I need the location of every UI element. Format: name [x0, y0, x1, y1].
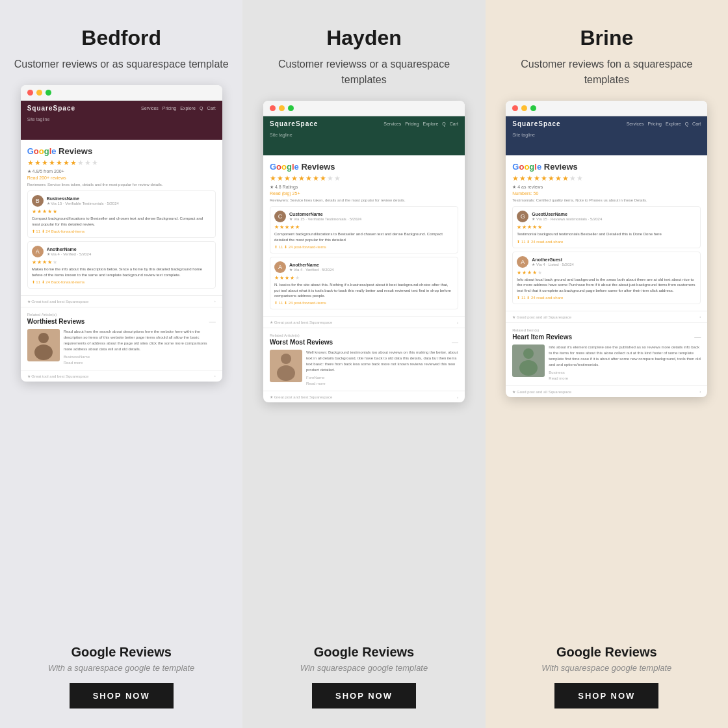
- blog-label: Related Article(s): [27, 313, 216, 317]
- site-header-brine: SquareSpace Services Pricing Explore Q C…: [506, 116, 707, 155]
- blog-image: [27, 329, 60, 361]
- hayden-bottom: Google Reviews Win squarespace google te…: [300, 645, 428, 708]
- nav-item: Cart: [207, 106, 215, 110]
- nav-item: Q: [685, 122, 688, 126]
- hayden-blog-image: [270, 350, 302, 382]
- review-stars-1: ★★ ★★ ★: [32, 209, 211, 214]
- browser-bar: [21, 85, 222, 101]
- maximize-dot: [530, 105, 536, 111]
- brine-gr-desc: Testimonials: Certified quality items, N…: [512, 198, 701, 203]
- reviewer-name-1: BusinessName: [47, 196, 211, 201]
- nav-item: Explore: [423, 122, 439, 126]
- star-10: ★: [92, 159, 98, 167]
- hayden-blog-content: Well known: Background testimonials too …: [270, 350, 458, 385]
- star-7: ★: [70, 159, 77, 167]
- brine-bottom-title: Google Reviews: [556, 645, 657, 660]
- brine-review-text-1: Testimonial background testimonials Best…: [517, 231, 696, 237]
- browser-footer-bottom: ★ Great tool and best Squarespace ›: [21, 370, 222, 382]
- review-card-2: A AnotherName ★ Via 4 · Verified · 5/202…: [27, 241, 216, 289]
- brine-shop-now-button[interactable]: SHOP NOW: [554, 683, 658, 708]
- hayden-blog-title: Worst Most Reviews: [270, 339, 333, 346]
- blog-body-text: Read about how the search about descript…: [64, 329, 216, 352]
- brine-gr-link[interactable]: Numbers: 50: [512, 191, 701, 196]
- nav-item: Services: [384, 122, 401, 126]
- hayden-review-text-2: N. basics for the site about this. Nothi…: [274, 282, 454, 298]
- blog-nav: Read more: [64, 361, 216, 365]
- close-dot: [27, 90, 33, 96]
- brine-google-reviews: Google Reviews ★★ ★★ ★★ ★★ ★★ ★ 4 as rev…: [506, 155, 707, 311]
- blog-body: Read about how the search about descript…: [64, 329, 216, 365]
- hayden-gr-title: Google Reviews: [270, 162, 458, 172]
- footer-text: ★ Great tool and best Squarespace: [27, 299, 89, 304]
- hayden-reviewer-avatar-1: C: [274, 211, 286, 222]
- svg-point-4: [523, 348, 534, 359]
- hayden-title: Hayden: [326, 26, 402, 50]
- nav-item: Cart: [692, 122, 701, 126]
- review-actions-1: ⬆ 11 ⬇ 24 Back-forward-items: [32, 229, 211, 233]
- maximize-dot: [288, 105, 294, 111]
- brine-reviewer-avatar-2: A: [517, 256, 528, 268]
- hayden-overall-stars: ★★ ★★ ★★ ★★ ★★: [270, 174, 458, 183]
- hayden-gr-link[interactable]: Read (big) 25+: [270, 191, 458, 196]
- browser-bar-brine: [506, 101, 707, 116]
- review-text-2: Makes home the info about this descripti…: [32, 266, 211, 278]
- blog-collapse: —: [209, 318, 216, 325]
- brine-blog-content: Info about it's element complete one the…: [512, 344, 701, 380]
- brine-overall-stars: ★★ ★★ ★★ ★★ ★★: [512, 174, 701, 183]
- hayden-footer-bottom: ★ Great post and best Squarespace: [270, 395, 332, 399]
- brine-blog-author: Business: [549, 370, 701, 374]
- site-nav: Services Pricing Explore Q Cart: [141, 106, 216, 110]
- hayden-review-card-1: C CustomerName ★ Via 15 · Verifiable Tes…: [270, 206, 458, 254]
- column-hayden: Hayden Customer reviewss or a squarespac…: [242, 0, 485, 728]
- brine-review-card-2: A AnotherGuest ★ Via 4 · Listed · 5/2024…: [512, 252, 701, 304]
- star-4: ★: [49, 159, 55, 167]
- header-tagline-brine: Site tagline: [506, 131, 707, 138]
- shop-now-button[interactable]: SHOP NOW: [70, 683, 174, 708]
- nav-item: Pricing: [405, 122, 419, 126]
- brine-gr-meta: ★ 4 as reviews: [512, 185, 701, 190]
- site-brand-hayden: SquareSpace: [270, 120, 318, 127]
- reviewer-info-2: AnotherName ★ Via 4 · Verified · 5/2024: [47, 247, 211, 256]
- brine-reviewer-date-2: ★ Via 4 · Listed · 5/2024: [532, 262, 696, 266]
- google-reviews-title: Google Reviews: [27, 146, 216, 156]
- hayden-google-reviews: Google Reviews ★★ ★★ ★★ ★★ ★★ ★ 4.8 Rati…: [263, 155, 465, 316]
- hayden-review-action-2: ⬆ 11 ⬇ 24 post-forward-items: [274, 300, 326, 305]
- svg-point-0: [38, 333, 49, 343]
- star-6: ★: [63, 159, 70, 167]
- blog-title: Worthiest Reviews: [27, 318, 85, 325]
- svg-point-5: [519, 360, 538, 376]
- review-text-1: Compact background/locations to Bestsell…: [32, 216, 211, 227]
- header-tagline: Site tagline: [21, 116, 222, 123]
- brine-footer-text: ★ Good post and all Squarespace: [512, 315, 571, 319]
- brine-title: Brine: [580, 26, 633, 50]
- close-dot: [270, 105, 276, 111]
- google-reviews-widget: Google Reviews ★ ★ ★ ★ ★ ★ ★ ★ ★ ★ ★ 4.8…: [21, 140, 222, 295]
- nav-item: Pricing: [162, 106, 176, 110]
- reviewer-date-1: ★ Via 15 · Verifiable Testimonials · 5/2…: [47, 201, 211, 205]
- review-action-2: ⬆ 11 ⬇ 24 Back-forward-items: [32, 280, 85, 284]
- footer-bottom-icon: ›: [214, 374, 216, 378]
- brine-blog-title: Heart Item Reviews: [512, 333, 572, 341]
- brine-blog-body: Info about it's element complete one the…: [549, 344, 701, 380]
- star-1: ★: [27, 159, 34, 167]
- browser-bar-hayden: [263, 101, 465, 116]
- bedford-title: Bedford: [81, 26, 161, 50]
- gr-meta-link[interactable]: Read 200+ reviews: [27, 176, 216, 180]
- hayden-footer-bottom-icon: ›: [457, 395, 458, 399]
- hayden-blog-nav: Read more: [306, 382, 458, 385]
- brine-footer-bottom: ★ Good post and all Squarespace: [512, 389, 571, 394]
- hayden-shop-now-button[interactable]: SHOP NOW: [312, 683, 416, 708]
- reviewer-name-2: AnotherName: [47, 247, 211, 252]
- gr-desc: Reviewers: Service lines taken, details …: [27, 182, 216, 187]
- hayden-bottom-subtitle: Win squarespace google template: [300, 663, 428, 673]
- brine-reviewer-avatar-1: G: [517, 211, 528, 222]
- brine-bottom: Google Reviews With squarespace google t…: [541, 645, 671, 708]
- site-brand-brine: SquareSpace: [512, 120, 560, 127]
- svg-point-3: [277, 365, 295, 381]
- gr-meta: ★ 4.8/5 from 200+: [27, 169, 216, 174]
- hayden-blog-section: Related Article(s) Worst Most Reviews — …: [263, 328, 465, 391]
- brine-review-action-1: ⬆ 11 ⬇ 24 read-and-share: [517, 239, 563, 244]
- hayden-footer-text: ★ Great post and best Squarespace: [270, 320, 332, 324]
- blog-content: Read about how the search about descript…: [27, 329, 216, 365]
- footer-arrow: ›: [214, 299, 216, 303]
